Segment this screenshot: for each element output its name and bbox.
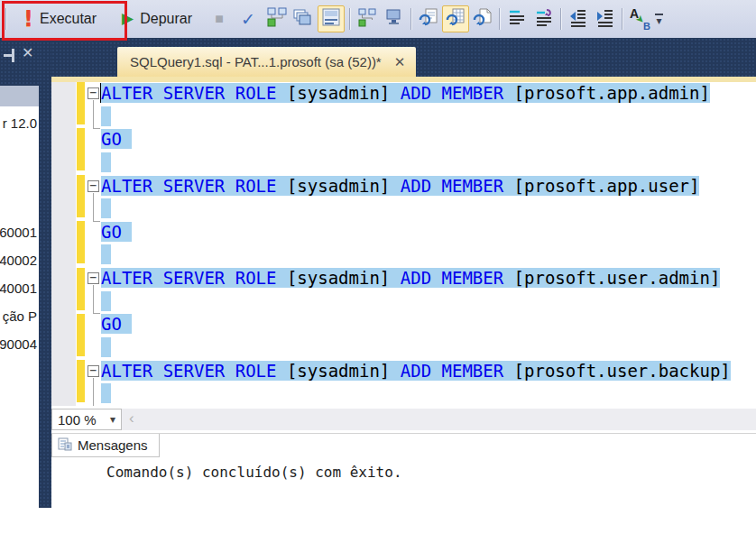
code-line[interactable] [88, 244, 731, 267]
sql-keyword: ADD MEMBER [401, 83, 503, 103]
sql-text: [prosoft.app.admin] [503, 83, 710, 103]
code-line[interactable] [88, 382, 731, 406]
execute-label: Executar [40, 11, 97, 27]
sql-text: [prosoft.app.user] [503, 176, 699, 196]
document-tab[interactable]: SQLQuery1.sql - PAT...1.prosoft (sa (52)… [117, 47, 416, 77]
selected-text [101, 244, 111, 264]
tree-item-fragment[interactable]: r 12.0 [3, 115, 37, 131]
messages-pane: Mensagens Comando(s) concluído(s) com êx… [51, 433, 756, 509]
code-line[interactable]: −ALTER SERVER ROLE [sysadmin] ADD MEMBER… [88, 82, 731, 106]
query-options-icon [292, 7, 312, 31]
tree-item-fragment[interactable]: 40002 [0, 253, 37, 268]
editor-status-row: 100 % ▾ ‹ [51, 406, 756, 433]
parse-button[interactable]: ✓ [236, 7, 260, 31]
modified-lines-track [77, 82, 85, 406]
zoom-value: 100 % [58, 412, 97, 428]
sql-keyword: ADD MEMBER [401, 176, 503, 196]
selected-text: GO [101, 222, 132, 242]
code-line[interactable]: GO [88, 128, 731, 152]
fold-collapse-icon[interactable]: − [88, 180, 99, 192]
query-options-button[interactable] [290, 7, 314, 31]
message-text: Comando(s) concluído(s) com êxito. [106, 464, 402, 482]
auto-hide-pin-icon[interactable] [3, 48, 17, 64]
fold-collapse-icon[interactable]: − [88, 87, 99, 99]
stop-button[interactable]: ■ [207, 7, 231, 31]
object-explorer-toolbar-fragment [0, 86, 39, 107]
sql-keyword: ALTER SERVER ROLE [101, 83, 276, 103]
chevron-down-icon: ▾ [110, 413, 115, 426]
results-to-text-button[interactable] [417, 7, 440, 31]
change-case-button[interactable]: A ➤ B [628, 7, 651, 31]
code-line[interactable]: −ALTER SERVER ROLE [sysadmin] ADD MEMBER… [88, 175, 731, 198]
selected-text: ALTER SERVER ROLE [sysadmin] ADD MEMBER … [101, 268, 720, 288]
estimated-plan-button[interactable] [265, 7, 289, 31]
horizontal-scrollbar[interactable]: ‹ [122, 409, 756, 430]
panel-close-icon[interactable]: ✕ [22, 46, 33, 60]
results-to-file-button[interactable] [471, 7, 494, 31]
tree-item-fragment[interactable]: 40001 [0, 281, 37, 296]
sql-keyword: ADD MEMBER [401, 268, 503, 288]
sql-keyword: ADD MEMBER [401, 361, 503, 381]
sql-text [101, 106, 111, 126]
change-case-icon: A ➤ B [629, 8, 650, 30]
sql-editor-toolbar: ! Executar ▶ Depurar ■ ✓ [0, 0, 756, 38]
results-pane-toggle-button[interactable] [318, 5, 345, 32]
panel-splitter[interactable] [39, 38, 51, 508]
toolbar-separator [349, 8, 351, 30]
code-line[interactable] [88, 336, 731, 360]
code-line[interactable]: −ALTER SERVER ROLE [sysadmin] ADD MEMBER… [88, 360, 731, 383]
selected-text [101, 198, 111, 218]
sql-text: [sysadmin] [276, 176, 400, 196]
tab-mensagens[interactable]: Mensagens [51, 434, 160, 457]
client-statistics-button[interactable] [383, 7, 406, 31]
code-line[interactable] [88, 106, 731, 129]
document-tab-title: SQLQuery1.sql - PAT...1.prosoft (sa (52)… [130, 54, 382, 69]
toolbar-separator [5, 8, 7, 30]
sql-text [122, 222, 132, 242]
sql-text: [prosoft.user.backup] [503, 361, 731, 381]
sql-text [122, 129, 132, 149]
code-line[interactable]: GO [88, 313, 731, 336]
toolbar-overflow-button[interactable]: ▾ [655, 14, 663, 24]
results-to-grid-button[interactable] [442, 5, 469, 32]
sql-text [101, 337, 111, 357]
selected-text [101, 106, 111, 126]
sql-text [101, 383, 111, 403]
comment-button[interactable] [505, 7, 529, 31]
toolbar-separator [622, 8, 623, 30]
sql-text: [sysadmin] [276, 268, 400, 288]
selected-text: ALTER SERVER ROLE [sysadmin] ADD MEMBER … [101, 176, 699, 196]
code-line[interactable]: −ALTER SERVER ROLE [sysadmin] ADD MEMBER… [88, 267, 731, 290]
actual-plan-button[interactable] [355, 7, 379, 31]
code-lines: −ALTER SERVER ROLE [sysadmin] ADD MEMBER… [88, 82, 731, 406]
results-pane-icon [321, 7, 341, 31]
uncomment-button[interactable] [532, 7, 556, 31]
debug-button[interactable]: ▶ Depurar [115, 7, 198, 31]
execute-button[interactable]: ! Executar [17, 6, 103, 32]
zoom-dropdown[interactable]: 100 % ▾ [51, 409, 122, 430]
sql-text [101, 244, 111, 264]
code-line[interactable]: GO [88, 221, 731, 244]
debug-label: Depurar [140, 11, 192, 27]
fold-collapse-icon[interactable]: − [88, 272, 99, 284]
toolbar-separator [410, 8, 412, 30]
sql-text: [prosoft.user.admin] [503, 268, 720, 288]
tree-item-fragment[interactable]: 90004 [0, 336, 37, 352]
increase-indent-button[interactable] [594, 7, 617, 31]
code-editor[interactable]: −ALTER SERVER ROLE [sysadmin] ADD MEMBER… [51, 82, 756, 406]
code-line[interactable] [88, 198, 731, 221]
client-statistics-icon [384, 7, 404, 31]
object-explorer-panel: ✕ r 12.0600014000240001ção P90004 [0, 38, 39, 508]
sql-text: [sysadmin] [276, 83, 400, 103]
uncomment-icon [534, 7, 554, 31]
pin-bar [4, 54, 13, 57]
tree-item-fragment[interactable]: 60001 [0, 225, 37, 240]
fold-collapse-icon[interactable]: − [88, 365, 99, 377]
tree-item-fragment[interactable]: ção P [3, 308, 37, 324]
tab-close-icon[interactable]: ✕ [394, 55, 406, 69]
stop-icon: ■ [215, 11, 224, 27]
code-line[interactable] [88, 290, 731, 314]
decrease-indent-button[interactable] [567, 7, 590, 31]
document-tabstrip: SQLQuery1.sql - PAT...1.prosoft (sa (52)… [51, 38, 756, 77]
code-line[interactable] [88, 152, 731, 175]
